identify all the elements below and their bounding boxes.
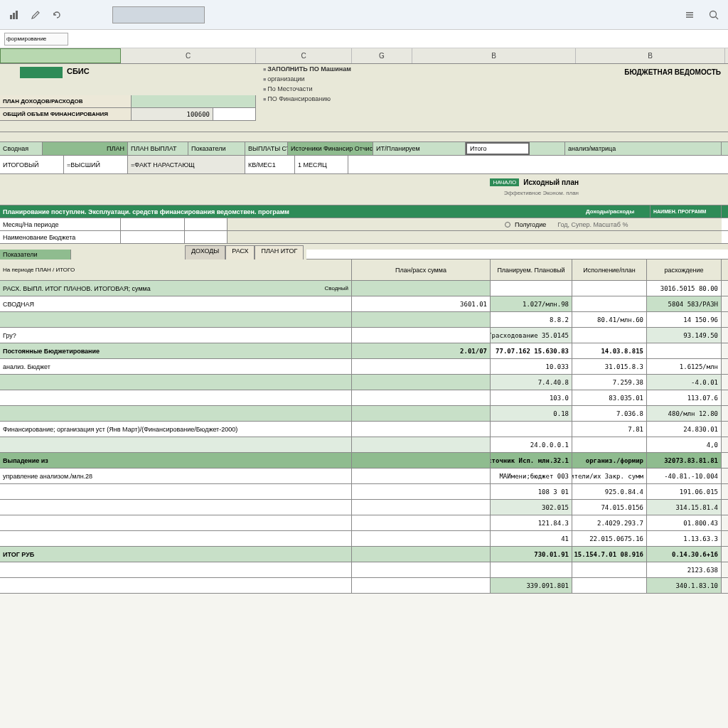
row-c2[interactable] [352,281,491,296]
row-c4[interactable]: 7.259.38 [572,375,647,390]
row-label[interactable] [0,562,352,577]
row-label[interactable]: Финансирование; организация уст (Янв Мар… [0,422,352,437]
row-c5[interactable]: 93.149.50 [647,328,722,343]
row-c2[interactable] [352,375,491,390]
row-c2[interactable] [352,562,491,577]
row-label[interactable] [0,406,352,421]
row-label[interactable] [0,531,352,546]
row-c4[interactable]: 31.015.8.3 [572,359,647,374]
row-c3[interactable]: 0.18 [491,406,572,421]
radio-icon[interactable] [505,222,510,228]
row-c5[interactable]: 1.6125/млн [647,359,722,374]
col-header-b2[interactable]: B [576,48,725,63]
row-c3[interactable]: Источник Исп. млн.32.1 [491,453,572,468]
tab-extra1[interactable] [530,142,565,155]
col-header-g[interactable]: G [352,48,412,63]
row-c5[interactable]: 191.06.015 [647,484,722,499]
row-c2[interactable] [352,312,491,327]
subtab-1[interactable]: Показатели [0,250,71,259]
volume-value[interactable]: 100600 [132,108,213,120]
row-c4[interactable]: организ./формир [572,453,647,468]
row-c3[interactable]: 108 З 01 [491,484,572,499]
subtab-2[interactable]: ДОХОДЫ [185,245,225,259]
row-label[interactable] [0,375,352,390]
col-header-c2[interactable]: C [256,48,352,63]
row-c5[interactable]: 32073.83.81.81 [647,453,722,468]
row-label[interactable]: РАСХ. ВЫПЛ. ИТОГ ПЛАНОВ. ИТОГОВАЯ; сумма… [0,281,352,296]
row-c3[interactable]: 41 [491,531,572,546]
row-c5[interactable]: 4,0 [647,437,722,452]
row-c3[interactable] [491,562,572,577]
menu-icon[interactable] [681,6,698,23]
row-label[interactable] [0,578,352,593]
row-c3[interactable]: 24.0.0.0.1 [491,437,572,452]
row-c4[interactable]: 7.81 [572,422,647,437]
row-c2[interactable] [352,453,491,468]
row-c3[interactable]: 8.8.2 [491,312,572,327]
row-label[interactable]: Выпадение из [0,453,352,468]
search-icon[interactable] [705,6,722,23]
row-c5[interactable]: 0.14.30.6+16 [647,547,722,562]
tab-total[interactable]: Итого [466,142,530,155]
row-c5[interactable] [647,343,722,358]
row-c4[interactable]: 7.036.8 [572,406,647,421]
tab-plan[interactable]: ПЛАН [43,142,128,155]
row-c4[interactable]: Потребители/их Закр. сумм [572,469,647,483]
formula-input[interactable] [112,6,205,23]
tab-items[interactable]: ВЫПЛАТЫ СТАТЬИ-БЮДЖЕТ [245,142,288,155]
tab-sources[interactable]: Источники Финансир Отчисл [288,142,373,155]
row-c3[interactable]: 302.015 [491,500,572,515]
row-c5[interactable]: 24.830.01 [647,422,722,437]
row-c4[interactable] [572,562,647,577]
row-c5[interactable]: 113.07.6 [647,390,722,405]
row-c3[interactable]: 7.4.40.8 [491,375,572,390]
filter-c3[interactable]: =ФАКТ НАРАСТАЮЩ [128,156,245,173]
row-c2[interactable] [352,422,491,437]
filter-c2[interactable]: =ВЫСШИЙ [64,156,128,173]
row-label[interactable]: Постоянные Бюджетирование [0,343,352,358]
row-c3[interactable]: 77.07.162 15.630.83 [491,343,572,358]
row-c4[interactable]: 80.41/млн.60 [572,312,647,327]
col-header-c1[interactable]: C [121,48,256,63]
row-c5[interactable]: 314.15.81.4 [647,500,722,515]
row-c3[interactable]: 339.091.801 [491,578,572,593]
row-c3[interactable]: 10.033 [491,359,572,374]
row-c2[interactable] [352,406,491,421]
row-c3[interactable]: 1.027/млн.98 [491,296,572,311]
row-c2[interactable] [352,469,491,483]
row-label[interactable] [0,437,352,452]
row-label[interactable] [0,515,352,530]
chart-icon[interactable] [6,6,23,23]
filter-c5[interactable]: 1 МЕСЯЦ [295,156,348,173]
col-header-b1[interactable]: B [412,48,576,63]
row-c5[interactable]: 2123.638 [647,562,722,577]
row-c5[interactable]: 3016.5015 80.00 [647,281,722,296]
subtab-3[interactable]: РАСХ [225,245,255,259]
row-c2[interactable] [352,390,491,405]
row-c4[interactable] [572,328,647,343]
row-c5[interactable]: 14 150.96 [647,312,722,327]
row-c3[interactable] [491,281,572,296]
row-label[interactable] [0,390,352,405]
row-label[interactable]: ИТОГ РУБ [0,547,352,562]
row-c4[interactable]: 14.03.8.815 [572,343,647,358]
row-c2[interactable] [352,359,491,374]
row-c5[interactable]: 480/млн 12.80 [647,406,722,421]
row-c2[interactable] [352,500,491,515]
row-label[interactable]: управление анализом./млн.28 [0,469,352,483]
row-c4[interactable]: 74.015.0156 [572,500,647,515]
subtab-4[interactable]: ПЛАН ИТОГ [255,245,304,259]
col-header-a[interactable] [0,48,121,63]
row-label[interactable] [0,312,352,327]
row-c4[interactable]: 2.4029.293.7 [572,515,647,530]
row-c4[interactable] [572,296,647,311]
row-label[interactable] [0,500,352,515]
row-c5[interactable]: -4.0.01 [647,375,722,390]
row-c2[interactable] [352,547,491,562]
row-c3[interactable]: 121.84.3 [491,515,572,530]
row-c3[interactable]: 730.01.91 [491,547,572,562]
refresh-icon[interactable] [48,6,65,23]
filter-c4[interactable]: КВ/МЕС1 [245,156,295,173]
row-c5[interactable]: 01.800.43 [647,515,722,530]
plan-value-cell[interactable] [132,95,256,107]
